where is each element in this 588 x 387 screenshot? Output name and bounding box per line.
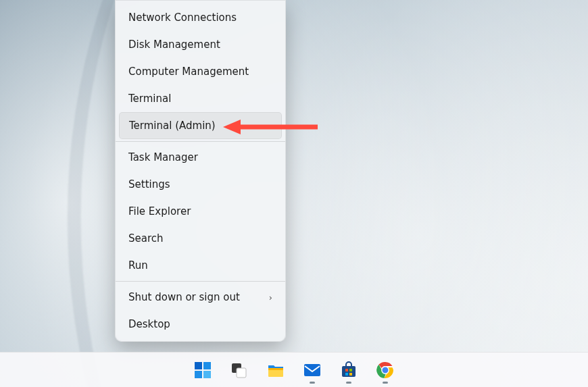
menu-item-label: Search — [128, 232, 164, 244]
winx-context-menu: Network ConnectionsDisk ManagementComput… — [115, 0, 286, 342]
menu-item-run[interactable]: Run — [119, 252, 282, 279]
svg-rect-11 — [342, 366, 356, 377]
taskbar-ms-store-button[interactable] — [335, 356, 363, 384]
svg-rect-3 — [203, 362, 211, 369]
menu-item-desktop[interactable]: Desktop — [119, 311, 282, 338]
menu-item-shut-down-or-sign-out[interactable]: Shut down or sign out› — [119, 284, 282, 311]
menu-item-task-manager[interactable]: Task Manager — [119, 144, 282, 171]
task-view-icon — [230, 361, 248, 379]
taskbar-chrome-button[interactable] — [371, 356, 399, 384]
menu-item-label: Disk Management — [128, 38, 220, 51]
menu-item-label: Run — [128, 259, 148, 272]
start-icon — [194, 361, 212, 379]
svg-rect-12 — [345, 369, 348, 371]
menu-item-label: Task Manager — [128, 151, 198, 163]
file-explorer-icon — [267, 361, 285, 379]
menu-item-network-connections[interactable]: Network Connections — [119, 4, 282, 31]
menu-item-terminal-admin[interactable]: Terminal (Admin) — [119, 112, 282, 139]
taskbar-mail-button[interactable] — [298, 356, 326, 384]
menu-item-terminal[interactable]: Terminal — [119, 85, 282, 112]
desktop: Network ConnectionsDisk ManagementComput… — [0, 0, 588, 387]
svg-rect-13 — [349, 369, 352, 371]
taskbar-file-explorer-button[interactable] — [262, 356, 290, 384]
menu-item-label: File Explorer — [128, 205, 191, 217]
chrome-icon — [376, 361, 394, 379]
menu-item-search[interactable]: Search — [119, 225, 282, 252]
chevron-right-icon: › — [269, 292, 272, 303]
svg-rect-9 — [268, 368, 283, 370]
menu-item-label: Settings — [128, 178, 170, 190]
menu-item-label: Desktop — [128, 318, 170, 330]
taskbar-start-button[interactable] — [189, 356, 217, 384]
svg-rect-4 — [195, 371, 202, 378]
menu-item-label: Terminal — [128, 93, 171, 105]
svg-rect-10 — [304, 364, 320, 376]
taskbar-task-view-button[interactable] — [225, 356, 253, 384]
svg-rect-15 — [349, 373, 352, 376]
mail-icon — [303, 361, 321, 379]
running-indicator — [346, 382, 351, 384]
menu-item-label: Network Connections — [128, 11, 237, 24]
svg-rect-7 — [237, 368, 246, 378]
ms-store-icon — [340, 361, 358, 379]
menu-item-computer-management[interactable]: Computer Management — [119, 58, 282, 85]
menu-item-label: Terminal (Admin) — [129, 120, 216, 132]
menu-separator — [116, 281, 285, 282]
menu-separator — [116, 141, 285, 142]
menu-item-label: Shut down or sign out — [128, 291, 240, 303]
menu-item-label: Computer Management — [128, 66, 249, 78]
menu-item-settings[interactable]: Settings — [119, 171, 282, 198]
running-indicator — [383, 382, 388, 384]
menu-item-file-explorer[interactable]: File Explorer — [119, 198, 282, 225]
menu-item-disk-management[interactable]: Disk Management — [119, 31, 282, 58]
svg-rect-5 — [203, 371, 211, 378]
taskbar — [0, 352, 588, 387]
running-indicator — [310, 382, 315, 384]
svg-rect-14 — [345, 373, 348, 376]
svg-rect-2 — [195, 362, 202, 369]
